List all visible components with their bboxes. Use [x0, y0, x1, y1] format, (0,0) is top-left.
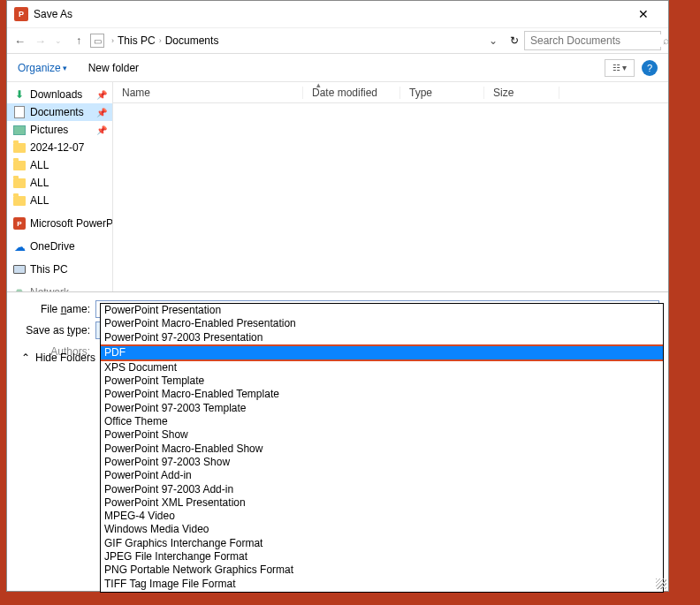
tree-item-label: ALL [30, 177, 49, 189]
tree-folder-date[interactable]: 2024-12-07 [7, 139, 112, 156]
search-icon[interactable]: ⌕ [663, 34, 669, 47]
refresh-button[interactable]: ↻ [505, 34, 524, 47]
file-list[interactable]: ▴ Name Date modified Type Size [113, 82, 668, 291]
back-button[interactable]: ← [14, 34, 26, 48]
tree-item-label: Documents [30, 106, 84, 118]
breadcrumb-dropdown-icon[interactable]: ⌄ [489, 34, 498, 47]
tree-powerpoint[interactable]: P Microsoft PowerP [7, 215, 112, 232]
tree-folder-all[interactable]: ALL [7, 174, 112, 192]
tree-item-label: OneDrive [30, 240, 75, 253]
savetype-option[interactable]: PowerPoint Show [101, 428, 663, 442]
breadcrumb-sep: › [159, 36, 162, 45]
savetype-dropdown[interactable]: PowerPoint PresentationPowerPoint Macro-… [100, 303, 664, 593]
tree-folder-all[interactable]: ALL [7, 156, 112, 174]
monitor-icon [12, 263, 27, 276]
breadcrumb-root-sep[interactable]: › [111, 36, 114, 45]
address-icon[interactable]: ▭ [90, 34, 104, 48]
hide-folders-button[interactable]: ⌃ Hide Folders [21, 352, 95, 364]
pin-icon: 📌 [96, 125, 107, 135]
column-size[interactable]: Size [484, 87, 559, 99]
savetype-option[interactable]: MPEG-4 Video [101, 510, 663, 523]
cloud-icon: ☁ [12, 240, 27, 253]
close-button[interactable]: ✕ [626, 7, 661, 21]
savetype-option[interactable]: PowerPoint Macro-Enabled Show [101, 442, 663, 456]
network-icon: ⬣ [12, 286, 27, 291]
dialog-title: Save As [34, 8, 626, 20]
breadcrumb[interactable]: › This PC › Documents ⌄ [108, 34, 501, 47]
view-options-button[interactable]: ☷ ▾ [605, 59, 635, 77]
savetype-option[interactable]: PDF [101, 344, 663, 361]
tree-item-label: Microsoft PowerP [30, 217, 113, 230]
tree-item-label: Network [30, 286, 69, 291]
tree-item-label: ALL [30, 194, 49, 207]
folder-icon [12, 141, 27, 154]
savetype-option[interactable]: Office Theme [101, 415, 663, 428]
tree-downloads[interactable]: ⬇ Downloads 📌 [7, 86, 112, 103]
document-icon [12, 106, 27, 118]
folder-icon [12, 194, 27, 207]
savetype-option[interactable]: PowerPoint Macro-Enabled Presentation [101, 317, 663, 330]
column-name[interactable]: Name [113, 87, 303, 99]
main-area: ⬇ Downloads 📌 Documents 📌 Pictures 📌 202… [7, 82, 668, 291]
tree-onedrive[interactable]: ☁ OneDrive [7, 238, 112, 255]
powerpoint-icon: P [14, 7, 28, 21]
new-folder-button[interactable]: New folder [88, 62, 139, 74]
sort-indicator-icon: ▴ [316, 80, 321, 89]
savetype-option[interactable]: PowerPoint XML Presentation [101, 496, 663, 510]
title-bar: P Save As ✕ [7, 1, 668, 27]
savetype-option[interactable]: Windows Media Video [101, 523, 663, 536]
pin-icon: 📌 [96, 90, 107, 100]
savetype-option[interactable]: PowerPoint 97-2003 Presentation [101, 331, 663, 344]
forward-button[interactable]: → [34, 34, 46, 48]
savetype-option[interactable]: PowerPoint 97-2003 Template [101, 402, 663, 415]
organize-button[interactable]: Organize [18, 62, 61, 74]
list-header: ▴ Name Date modified Type Size [113, 82, 668, 103]
powerpoint-icon: P [12, 217, 27, 230]
savetype-option[interactable]: PowerPoint Macro-Enabled Template [101, 388, 663, 401]
savetype-option[interactable]: GIF Graphics Interchange Format [101, 537, 663, 550]
savetype-option[interactable]: XPS Document [101, 361, 663, 374]
chevron-up-icon: ⌃ [21, 352, 30, 364]
tree-item-label: 2024-12-07 [30, 141, 84, 154]
nav-tree[interactable]: ⬇ Downloads 📌 Documents 📌 Pictures 📌 202… [7, 82, 113, 291]
breadcrumb-this-pc[interactable]: This PC [118, 34, 156, 47]
picture-icon [12, 124, 27, 136]
resize-grip[interactable] [656, 579, 666, 589]
tree-item-label: Downloads [30, 88, 82, 101]
savetype-label: Save as type: [7, 324, 95, 337]
column-type[interactable]: Type [400, 87, 484, 99]
savetype-option[interactable]: PowerPoint Add-in [101, 469, 663, 482]
help-button[interactable]: ? [642, 60, 658, 76]
tree-folder-all[interactable]: ALL [7, 192, 112, 209]
pin-icon: 📌 [96, 108, 107, 117]
breadcrumb-documents[interactable]: Documents [165, 34, 219, 47]
nav-bar: ← → ⌄ ↑ ▭ › This PC › Documents ⌄ ↻ ⌕ [7, 27, 668, 54]
toolbar: Organize ▾ New folder ☷ ▾ ? [7, 54, 668, 82]
tree-this-pc[interactable]: This PC [7, 261, 112, 278]
savetype-option[interactable]: PowerPoint Template [101, 374, 663, 388]
savetype-option[interactable]: TIFF Tag Image File Format [101, 578, 663, 591]
savetype-option[interactable]: PNG Portable Network Graphics Format [101, 563, 663, 577]
savetype-option[interactable]: PowerPoint 97-2003 Add-in [101, 483, 663, 496]
organize-dropdown-icon[interactable]: ▾ [63, 64, 67, 72]
tree-network[interactable]: ⬣ Network [7, 284, 112, 291]
tree-item-label: ALL [30, 159, 49, 171]
tree-documents[interactable]: Documents 📌 [7, 103, 112, 121]
savetype-option[interactable]: JPEG File Interchange Format [101, 550, 663, 563]
search-input[interactable] [530, 34, 663, 47]
tree-pictures[interactable]: Pictures 📌 [7, 121, 112, 139]
download-icon: ⬇ [12, 88, 27, 101]
savetype-option[interactable]: PowerPoint Presentation [101, 304, 663, 317]
tree-item-label: This PC [30, 263, 68, 276]
filename-label: File name: [7, 303, 95, 315]
folder-icon [12, 159, 27, 171]
save-as-dialog: P Save As ✕ ← → ⌄ ↑ ▭ › This PC › Docume… [6, 0, 669, 592]
folder-icon [12, 177, 27, 189]
up-button[interactable]: ↑ [76, 34, 81, 47]
hide-folders-label: Hide Folders [35, 352, 95, 364]
savetype-option[interactable]: Device Independent Bitmap [101, 591, 663, 593]
savetype-option[interactable]: PowerPoint 97-2003 Show [101, 456, 663, 469]
search-box[interactable]: ⌕ [524, 31, 661, 50]
recent-dropdown-icon[interactable]: ⌄ [55, 36, 62, 45]
tree-item-label: Pictures [30, 124, 68, 136]
